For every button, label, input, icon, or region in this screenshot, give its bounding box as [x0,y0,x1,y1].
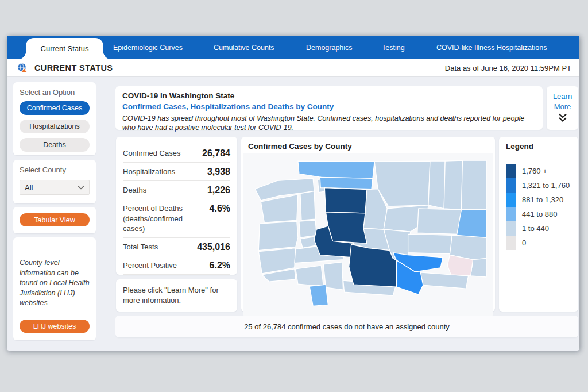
stat-row-confirmed-cases: Confirmed Cases 26,784 [123,144,230,162]
stats-panel: Confirmed Cases 26,784 Hospitalizations … [116,137,237,275]
chevron-down-icon [78,185,84,190]
stat-value: 6.2% [210,260,230,271]
legend-swatch [506,178,516,193]
lhj-note-text: County-level information can be found on… [20,258,90,309]
stat-row-percent-positive: Percent Positive 6.2% [123,256,230,275]
legend-item: 881 to 1,320 [506,193,570,207]
tabular-view-panel: Tabular View [13,207,96,233]
tab-bar: Current Status Epidemiologic Curves Cumu… [7,36,579,59]
county-dropdown[interactable]: All [20,180,90,195]
tabular-view-button[interactable]: Tabular View [20,213,90,226]
legend-swatch [506,164,516,178]
page-header: CURRENT STATUS Data as of June 16, 2020 … [7,59,579,77]
stat-label: Total Tests [123,242,158,252]
report-description: COVID-19 has spread throughout most of W… [122,114,536,133]
legend-item: 1,321 to 1,760 [506,178,570,193]
learn-more-note-text: Please click "Learn More" for more infor… [116,279,237,312]
legend-item: 1,760 + [506,164,570,178]
tab-demographics[interactable]: Demographics [306,36,353,59]
legend-swatch [506,193,516,207]
tab-testing[interactable]: Testing [382,36,405,59]
legend-swatch [506,236,516,250]
report-title: COVID-19 in Washington State [122,91,536,100]
dashboard-window: Current Status Epidemiologic Curves Cumu… [7,36,579,351]
page-title: CURRENT STATUS [34,63,113,72]
legend-swatch [506,221,516,236]
data-as-of-label: Data as of June 16, 2020 11:59PM PT [445,64,579,72]
legend-label: 441 to 880 [522,210,557,218]
stat-label: Percent of Deaths (deaths/confirmed case… [123,203,196,234]
double-chevron-down-icon[interactable] [558,113,568,122]
report-header-panel: COVID-19 in Washington State Confirmed C… [115,86,543,130]
stat-value: 3,938 [207,167,230,177]
county-dropdown-value: All [25,183,33,192]
learn-more-panel: Learn More [547,86,578,130]
stat-row-deaths: Deaths 1,226 [123,180,230,199]
legend-item: 0 [506,236,570,250]
select-option-panel: Select an Option Confirmed Cases Hospita… [13,82,96,155]
select-county-panel: Select County All [13,160,96,203]
learn-more-link[interactable]: Learn More [551,91,575,112]
legend-label: 1 to 440 [522,224,549,233]
stat-label: Percent Positive [123,260,177,271]
washington-county-map[interactable] [243,153,493,318]
map-title: Confirmed Cases by County [241,137,495,151]
tab-covid-like-illness-hospitalizations[interactable]: COVID-like Illness Hospitalizations [436,36,547,59]
option-deaths-button[interactable]: Deaths [20,138,90,152]
legend-list: 1,760 + 1,321 to 1,760 881 to 1,320 441 … [506,164,570,250]
doh-globe-logo-icon [17,63,28,73]
tab-current-status[interactable]: Current Status [26,38,103,59]
legend-swatch [506,207,516,221]
option-hospitalizations-button[interactable]: Hospitalizations [20,120,90,133]
stat-value: 1,226 [207,185,230,195]
legend-panel: Legend 1,760 + 1,321 to 1,760 881 to 1,3… [499,137,578,312]
stat-row-total-tests: Total Tests 435,016 [123,237,230,256]
stat-value: 4.6% [210,203,230,214]
select-option-label: Select an Option [20,88,90,97]
legend-label: 0 [522,239,526,247]
legend-title: Legend [499,137,578,151]
stat-label: Confirmed Cases [123,148,180,159]
stat-row-hospitalizations: Hospitalizations 3,938 [123,162,230,180]
option-confirmed-cases-button[interactable]: Confirmed Cases [20,101,90,115]
stat-label: Hospitalizations [123,167,175,177]
lhj-websites-button[interactable]: LHJ websites [20,320,90,333]
legend-label: 1,760 + [522,167,547,175]
stat-value: 26,784 [202,148,230,159]
tab-epidemiologic-curves[interactable]: Epidemiologic Curves [113,36,183,59]
map-panel: Confirmed Cases by County [241,137,495,312]
report-subtitle: Confirmed Cases, Hospitalizations and De… [122,102,536,111]
unassigned-county-note: 25 of 26,784 confirmed cases do not have… [115,316,578,337]
tab-cumulative-counts[interactable]: Cumulative Counts [214,36,274,59]
stat-row-percent-deaths: Percent of Deaths (deaths/confirmed case… [123,199,230,237]
learn-more-note-panel: Please click "Learn More" for more infor… [116,279,237,312]
legend-item: 441 to 880 [506,207,570,221]
legend-item: 1 to 440 [506,221,570,236]
legend-label: 1,321 to 1,760 [522,181,570,190]
lhj-panel: County-level information can be found on… [13,237,96,340]
stat-value: 435,016 [197,242,230,252]
legend-label: 881 to 1,320 [522,195,563,204]
stat-label: Deaths [123,185,146,195]
select-county-label: Select County [20,166,90,174]
